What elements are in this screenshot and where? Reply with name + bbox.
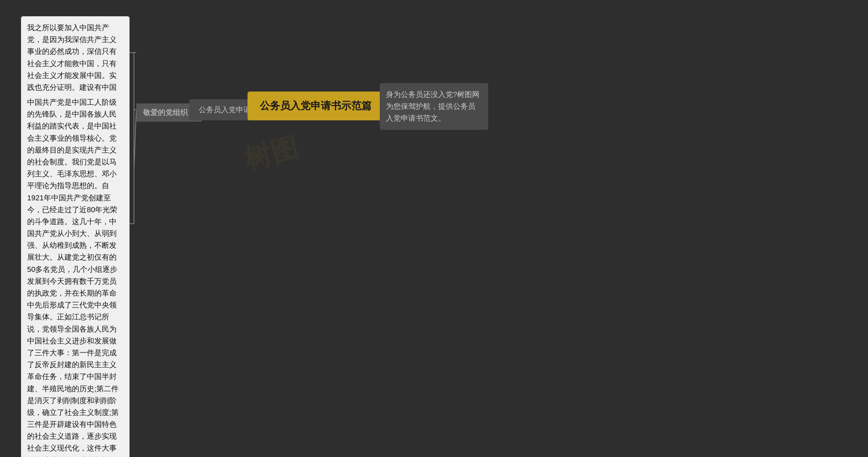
canvas: 我之所以要加入中国共产党，是因为我深信共产主义事业的必然成功，深信只有社会主义才…	[0, 0, 868, 457]
right-info-text: 身为公务员还没入党?树图网为您保驾护航，提供公务员入党申请书范文。	[386, 90, 479, 122]
svg-line-4	[134, 110, 136, 170]
main-node[interactable]: 公务员入党申请书示范篇	[248, 92, 384, 120]
bottom-left-text-box: 中国共产党是中国工人阶级的先锋队，是中国各族人民利益的踏实代表，是中国社会主义事…	[21, 91, 130, 457]
bottom-left-text: 中国共产党是中国工人阶级的先锋队，是中国各族人民利益的踏实代表，是中国社会主义事…	[27, 98, 119, 457]
connector-lines	[0, 0, 868, 457]
watermark: 树图	[240, 129, 302, 179]
main-node-text: 公务员入党申请书示范篇	[260, 100, 372, 111]
center-label-text: 敬爱的党组织：	[143, 108, 195, 117]
right-info-box: 身为公务员还没入党?树图网为您保驾护航，提供公务员入党申请书范文。	[380, 83, 488, 130]
